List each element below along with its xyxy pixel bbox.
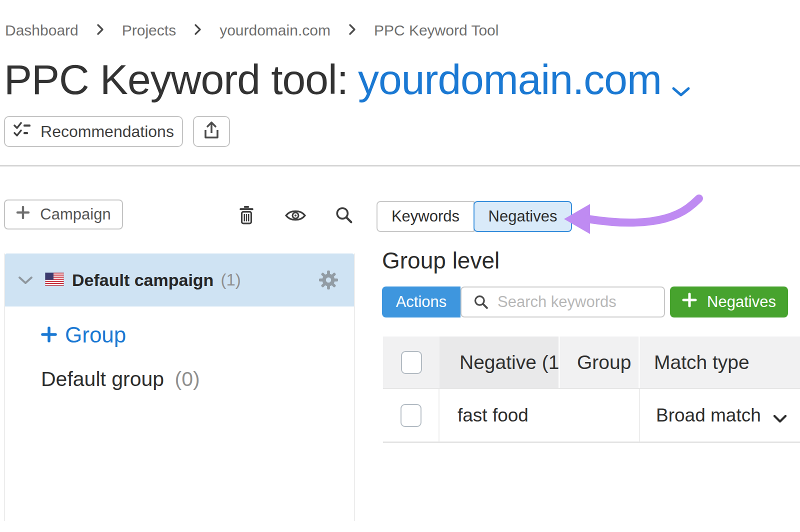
add-campaign-button[interactable]: Campaign [4,200,123,230]
keywords-negatives-tabs: Keywords Negatives [376,201,572,232]
us-flag-icon [45,272,64,288]
breadcrumb-item-dashboard[interactable]: Dashboard [5,22,78,39]
plus-icon [682,292,697,312]
page-title: PPC Keyword tool: yourdomain.com [4,52,690,108]
chevron-right-icon [96,22,104,39]
campaign-tree-panel: Default campaign (1) Group Default group… [4,254,355,521]
breadcrumb: Dashboard Projects yourdomain.com PPC Ke… [5,22,498,39]
row-select-cell [383,389,440,442]
campaign-row[interactable]: Default campaign (1) [5,254,354,306]
table-row: fast food Broad match [383,389,800,443]
chevron-right-icon [194,22,202,39]
add-negatives-button[interactable]: Negatives [670,286,788,318]
annotation-arrow [559,189,709,241]
upload-icon [202,121,220,142]
header-group[interactable]: Group [560,336,640,388]
actions-button[interactable]: Actions [382,286,460,318]
breadcrumb-item-domain[interactable]: yourdomain.com [220,22,330,39]
chevron-right-icon [348,22,356,39]
add-group-button[interactable]: Group [41,322,126,348]
page-title-prefix: PPC Keyword tool: [4,56,348,104]
export-button[interactable] [193,116,230,147]
group-level-heading: Group level [382,247,500,274]
add-negatives-label: Negatives [707,293,776,311]
tree-item-default-group[interactable]: Default group (0) [41,368,200,391]
row-match-type[interactable]: Broad match [640,389,800,442]
checklist-icon [13,122,32,142]
search-keywords-box [460,286,665,318]
recommendations-label: Recommendations [40,122,174,141]
add-campaign-label: Campaign [40,206,110,224]
search-icon [474,294,488,310]
group-count: (0) [175,368,200,390]
breadcrumb-item-projects[interactable]: Projects [122,22,176,39]
plus-icon [41,322,57,348]
row-negative-keyword: fast food [440,389,560,442]
chevron-down-icon[interactable] [672,59,690,108]
header-negative[interactable]: Negative (1) [440,336,560,388]
section-divider [0,165,800,166]
header-select-cell [383,336,440,388]
plus-icon [16,206,30,224]
gear-icon[interactable] [319,270,338,290]
table-header-row: Negative (1) Group Match type [383,336,800,389]
chevron-down-icon[interactable] [18,276,33,284]
row-group-cell [560,389,640,442]
page-title-domain[interactable]: yourdomain.com [358,56,662,104]
match-type-value: Broad match [656,405,761,426]
campaign-name[interactable]: Default campaign [72,270,214,290]
recommendations-button[interactable]: Recommendations [4,116,183,147]
search-icon[interactable] [335,206,353,226]
trash-icon[interactable] [237,205,256,227]
negatives-table: Negative (1) Group Match type fast food … [383,336,800,443]
breadcrumb-item-ppc-keyword-tool: PPC Keyword Tool [374,22,499,39]
tab-negatives[interactable]: Negatives [474,201,572,232]
row-checkbox[interactable] [400,404,422,427]
chevron-down-icon[interactable] [773,406,787,428]
campaign-count: (1) [220,270,240,290]
add-group-label: Group [65,322,126,348]
group-name: Default group [41,368,164,390]
header-match-type[interactable]: Match type [640,336,800,388]
select-all-checkbox[interactable] [401,351,422,374]
eye-icon[interactable] [285,208,306,225]
tab-keywords[interactable]: Keywords [376,201,474,232]
search-keywords-input[interactable] [498,293,652,311]
